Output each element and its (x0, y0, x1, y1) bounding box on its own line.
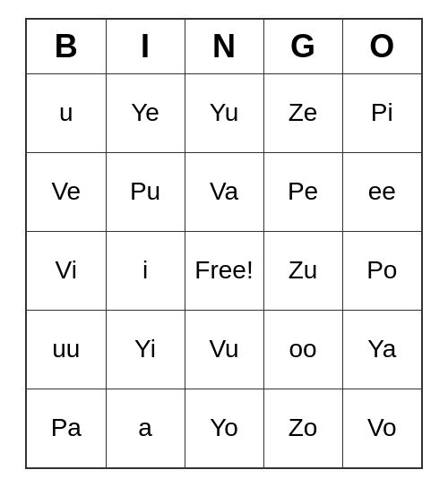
table-cell: oo (263, 310, 342, 389)
table-cell: Pe (263, 152, 342, 231)
table-cell: Pi (342, 73, 421, 152)
col-g: G (263, 20, 342, 73)
table-cell: Pa (27, 389, 106, 467)
table-cell: u (27, 73, 106, 152)
table-cell: Zo (263, 389, 342, 467)
table-cell: Vo (342, 389, 421, 467)
table-cell: Po (342, 231, 421, 310)
bingo-card: B I N G O uYeYuZePiVePuVaPeeeViiFree!ZuP… (25, 18, 423, 469)
table-cell: ee (342, 152, 421, 231)
table-cell: Free! (185, 231, 263, 310)
table-cell: i (106, 231, 185, 310)
table-row: PaaYoZoVo (27, 389, 421, 467)
table-cell: Yo (185, 389, 263, 467)
col-n: N (185, 20, 263, 73)
table-row: ViiFree!ZuPo (27, 231, 421, 310)
table-cell: Ye (106, 73, 185, 152)
col-b: B (27, 20, 106, 73)
table-cell: Vi (27, 231, 106, 310)
table-cell: Ze (263, 73, 342, 152)
table-row: VePuVaPeee (27, 152, 421, 231)
table-row: uYeYuZePi (27, 73, 421, 152)
col-o: O (342, 20, 421, 73)
table-cell: Ve (27, 152, 106, 231)
table-cell: Va (185, 152, 263, 231)
table-cell: a (106, 389, 185, 467)
table-cell: Yi (106, 310, 185, 389)
table-cell: Ya (342, 310, 421, 389)
table-cell: Vu (185, 310, 263, 389)
table-cell: Zu (263, 231, 342, 310)
bingo-table: B I N G O uYeYuZePiVePuVaPeeeViiFree!ZuP… (27, 20, 421, 467)
table-row: uuYiVuooYa (27, 310, 421, 389)
table-cell: uu (27, 310, 106, 389)
table-cell: Yu (185, 73, 263, 152)
col-i: I (106, 20, 185, 73)
header-row: B I N G O (27, 20, 421, 73)
table-cell: Pu (106, 152, 185, 231)
